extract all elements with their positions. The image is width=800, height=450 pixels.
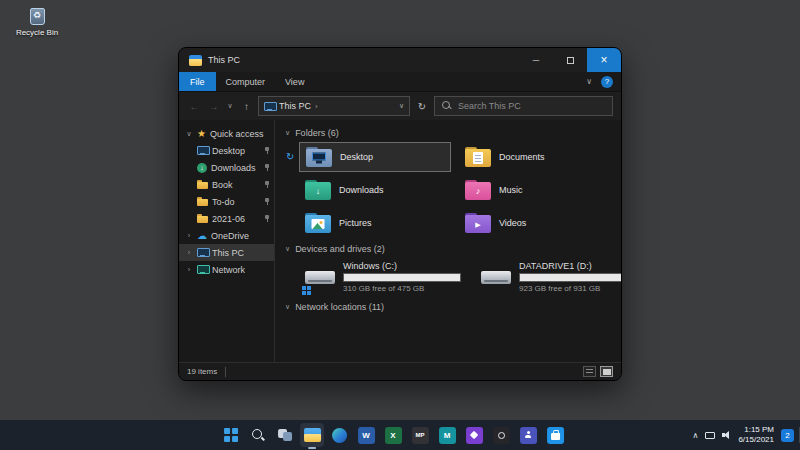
- folder-name: Videos: [499, 218, 526, 228]
- sidebar-label: This PC: [212, 248, 244, 258]
- back-button[interactable]: ←: [187, 101, 202, 112]
- folder-tile-desktop[interactable]: ↻ Desktop: [299, 142, 451, 172]
- up-button[interactable]: ↑: [239, 101, 254, 112]
- photos-taskbar-button[interactable]: [462, 423, 486, 447]
- taskbar-search-button[interactable]: [246, 423, 270, 447]
- sidebar-item-quick-access[interactable]: ∨ ★ Quick access: [179, 125, 274, 142]
- media-player-taskbar-button[interactable]: MP: [408, 423, 432, 447]
- pin-icon: [264, 181, 270, 189]
- desktop-icon: [197, 146, 208, 155]
- folders-grid: ↻ Desktop Documents: [299, 142, 611, 238]
- details-view-toggle[interactable]: [583, 366, 596, 377]
- folder-tile-pictures[interactable]: Pictures: [299, 208, 451, 238]
- recycle-bin-desktop-icon[interactable]: ♻ Recycle Bin: [10, 8, 64, 37]
- store-taskbar-button[interactable]: [543, 423, 567, 447]
- search-icon: [251, 428, 265, 442]
- content-pane: ∨ Folders (6) ↻ Desktop: [275, 120, 621, 362]
- folder-tile-documents[interactable]: Documents: [459, 142, 611, 172]
- sidebar-label: Desktop: [212, 146, 245, 156]
- search-input[interactable]: [458, 101, 605, 111]
- refresh-button[interactable]: ↻: [414, 101, 430, 112]
- downloads-icon: ↓: [197, 163, 207, 173]
- camera-taskbar-button[interactable]: [489, 423, 513, 447]
- address-bar[interactable]: This PC › ∨: [258, 96, 410, 116]
- folder-tile-downloads[interactable]: ↓ Downloads: [299, 175, 451, 205]
- menu-view[interactable]: View: [275, 72, 314, 91]
- file-explorer-icon: [304, 428, 321, 442]
- task-view-button[interactable]: [273, 423, 297, 447]
- folder-tile-music[interactable]: ♪ Music: [459, 175, 611, 205]
- display-tray-icon[interactable]: [705, 432, 715, 439]
- recycle-glyph-icon: ♻: [31, 11, 44, 20]
- drive-capacity-bar: [343, 273, 461, 282]
- drive-tile-d[interactable]: DATADRIVE1 (D:) 923 GB free of 931 GB: [475, 258, 621, 296]
- forward-button[interactable]: →: [206, 101, 221, 112]
- mail-taskbar-button[interactable]: M: [435, 423, 459, 447]
- chevron-right-icon[interactable]: ›: [185, 232, 193, 239]
- file-explorer-taskbar-button[interactable]: [300, 423, 324, 447]
- store-icon: [547, 427, 564, 444]
- chevron-right-icon[interactable]: ›: [185, 266, 193, 273]
- sidebar-label: OneDrive: [211, 231, 249, 241]
- drive-name: Windows (C:): [343, 261, 461, 271]
- word-icon: W: [358, 427, 375, 444]
- quick-access-star-icon: ★: [197, 129, 206, 139]
- thumbnail-view-toggle[interactable]: [600, 366, 613, 377]
- downloads-folder-icon: ↓: [305, 180, 331, 201]
- maximize-button[interactable]: [553, 48, 587, 72]
- ribbon-menubar: File Computer View ∨ ?: [179, 72, 621, 92]
- menu-file[interactable]: File: [179, 72, 216, 91]
- sidebar-item-desktop[interactable]: Desktop: [179, 142, 274, 159]
- status-bar: 19 items: [179, 362, 621, 380]
- clock-time: 1:15 PM: [744, 425, 774, 435]
- notification-count-badge[interactable]: 2: [781, 429, 794, 442]
- drive-detail: 923 GB free of 931 GB: [519, 284, 621, 293]
- sidebar-item-this-pc[interactable]: › This PC: [179, 244, 274, 261]
- search-box[interactable]: [434, 96, 613, 116]
- excel-taskbar-button[interactable]: X: [381, 423, 405, 447]
- history-dropdown-icon[interactable]: ∨: [225, 102, 235, 110]
- sidebar-label: Downloads: [211, 163, 256, 173]
- hidden-icons-chevron-icon[interactable]: ∧: [693, 431, 699, 440]
- onedrive-cloud-icon: ☁: [197, 231, 207, 241]
- mail-icon: M: [439, 427, 456, 444]
- sidebar-item-2021-06[interactable]: 2021-06: [179, 210, 274, 227]
- edge-taskbar-button[interactable]: [327, 423, 351, 447]
- sidebar-item-downloads[interactable]: ↓ Downloads: [179, 159, 274, 176]
- drive-capacity-bar: [519, 273, 621, 282]
- ribbon-expand-chevron-icon[interactable]: ∨: [586, 77, 592, 86]
- file-explorer-window: This PC ─ × File Computer View ∨ ? ← → ∨…: [178, 47, 622, 381]
- window-titlebar[interactable]: This PC ─ ×: [179, 48, 621, 72]
- teams-taskbar-button[interactable]: [516, 423, 540, 447]
- folder-tile-videos[interactable]: ▶ Videos: [459, 208, 611, 238]
- folders-section-header[interactable]: ∨ Folders (6): [285, 128, 611, 138]
- sidebar-label: Book: [212, 180, 233, 190]
- chevron-down-icon[interactable]: ∨: [285, 303, 290, 311]
- chevron-right-icon[interactable]: ›: [185, 249, 193, 256]
- chevron-down-icon[interactable]: ∨: [185, 130, 193, 138]
- start-button[interactable]: [219, 423, 243, 447]
- documents-folder-icon: [465, 147, 491, 168]
- navigation-bar: ← → ∨ ↑ This PC › ∨ ↻: [179, 92, 621, 120]
- breadcrumb-chevron-icon[interactable]: ›: [315, 102, 318, 111]
- volume-tray-icon[interactable]: [722, 431, 731, 439]
- drive-tile-c[interactable]: Windows (C:) 310 GB free of 475 GB: [299, 258, 467, 296]
- address-breadcrumb[interactable]: This PC: [279, 101, 311, 111]
- camera-icon: [493, 427, 510, 444]
- sidebar-item-book[interactable]: Book: [179, 176, 274, 193]
- minimize-button[interactable]: ─: [519, 48, 553, 72]
- chevron-down-icon[interactable]: ∨: [285, 129, 290, 137]
- network-locations-section-header[interactable]: ∨ Network locations (11): [285, 302, 611, 312]
- close-button[interactable]: ×: [587, 48, 621, 72]
- address-dropdown-icon[interactable]: ∨: [399, 102, 404, 110]
- drives-section-header[interactable]: ∨ Devices and drives (2): [285, 244, 611, 254]
- windows-flag-icon: [302, 286, 306, 290]
- taskbar-clock[interactable]: 1:15 PM 6/15/2021: [738, 425, 774, 445]
- chevron-down-icon[interactable]: ∨: [285, 245, 290, 253]
- sidebar-item-todo[interactable]: To-do: [179, 193, 274, 210]
- sidebar-item-onedrive[interactable]: › ☁ OneDrive: [179, 227, 274, 244]
- help-button[interactable]: ?: [601, 76, 613, 88]
- sidebar-item-network[interactable]: › Network: [179, 261, 274, 278]
- menu-computer[interactable]: Computer: [216, 72, 276, 91]
- word-taskbar-button[interactable]: W: [354, 423, 378, 447]
